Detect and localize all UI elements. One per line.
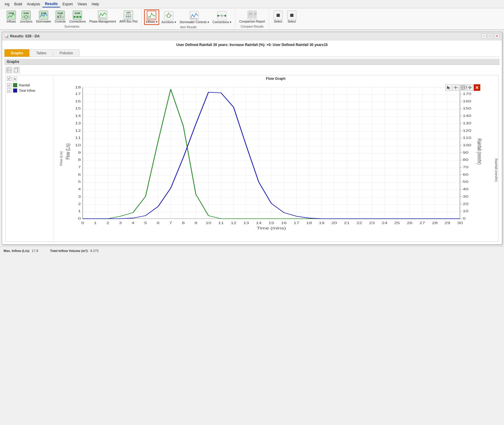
chart-crosshair-btn[interactable] [452, 84, 459, 91]
tab-pollution[interactable]: Pollution [53, 49, 79, 57]
ribbon-arr-box-plot-label: ARR Box Plot [119, 20, 138, 23]
svg-text:17: 17 [75, 92, 81, 96]
menu-analysis[interactable]: Analysis [25, 1, 43, 7]
y-axis-left-label: Flow (L/s) [59, 151, 63, 166]
menu-help[interactable]: Help [89, 1, 101, 7]
legend-item-rainfall: ✓ Rainfall [7, 83, 52, 87]
legend-label-total-inflow: Total Inflow [19, 89, 35, 92]
ribbon-btn-inflows-sum[interactable]: SUM Inflows [5, 9, 18, 24]
svg-text:20: 20 [331, 221, 337, 225]
y-axis-right-label: Rainfall (mm/hr) [495, 158, 498, 182]
ribbon-btn-comparison-report[interactable]: Comparison Report [238, 9, 267, 24]
tab-tables[interactable]: Tables [30, 49, 53, 57]
pan-icon [468, 85, 472, 90]
svg-rect-40 [254, 12, 257, 18]
ribbon-btn-select2[interactable]: ⬛ Select [285, 9, 298, 24]
chart-pan-btn[interactable] [467, 84, 473, 91]
chart-close-btn[interactable] [474, 84, 480, 91]
menu-views[interactable]: Views [75, 1, 89, 7]
ribbon-connections-sum-label: Connections [69, 20, 86, 23]
legend-cb-rainfall[interactable]: ✓ [7, 83, 11, 87]
close-button[interactable]: ✕ [494, 34, 500, 39]
phase-mgmt-icon [98, 10, 107, 20]
legend-cb-total-inflow[interactable]: ✓ [7, 88, 11, 93]
chart-cursor-btn[interactable] [445, 84, 452, 91]
tab-graphs[interactable]: Graphs [4, 49, 29, 57]
legend-panel: ✓ ✕ ✓ Rainfall ✓ Total Inflow [6, 75, 53, 242]
maximize-button[interactable]: □ [488, 34, 493, 39]
svg-text:40: 40 [463, 187, 468, 191]
ribbon-select2-label: Select [288, 20, 296, 23]
ribbon-btn-connections[interactable]: Connections ▾ [211, 10, 233, 25]
svg-text:5: 5 [144, 221, 147, 225]
ribbon-btn-controls-sum[interactable]: SUM Controls [53, 9, 67, 24]
svg-marker-61 [469, 86, 470, 87]
ribbon-item-results-label: Item Results [144, 26, 233, 29]
window-title-text: 📊 Results: S29 - DA [4, 34, 40, 38]
legend-select-all-cb[interactable]: ✓ [7, 77, 11, 81]
menu-ing[interactable]: ing [2, 1, 12, 7]
svg-text:100: 100 [463, 143, 471, 147]
ribbon-btn-stormwater-controls[interactable]: Stormwater Controls ▾ [178, 10, 210, 25]
legend-label-rainfall: Rainfall [19, 83, 30, 87]
tabs-bar: Graphs Tables Pollution [4, 49, 500, 57]
ribbon-btn-connections-sum[interactable]: SUM Connections [68, 9, 87, 24]
chart-area: Flow Graph [53, 75, 498, 242]
svg-text:⬛: ⬛ [290, 13, 294, 17]
window-icon: 📊 [4, 34, 9, 38]
svg-text:13: 13 [243, 221, 249, 225]
svg-text:11: 11 [75, 136, 81, 139]
svg-text:28: 28 [432, 221, 438, 225]
flow-graph-svg: 0 1 2 3 4 5 6 7 8 9 10 11 12 13 [64, 84, 483, 231]
menu-results[interactable]: Results [42, 1, 60, 7]
ribbon-btn-phase-mgmt[interactable]: Phase Management [88, 9, 117, 24]
total-inflow-label: Total Inflow Volume (m³): [50, 249, 89, 253]
ribbon-btn-junctions-sum[interactable]: SUM Junctions [18, 9, 34, 24]
graphs-tb-copy-btn[interactable] [13, 67, 20, 73]
ribbon-btn-stormwater-sum[interactable]: SUM Stormwater [34, 9, 52, 24]
svg-text:120: 120 [463, 129, 471, 132]
result-title: User Defined Rainfall 30 years: Increase… [4, 43, 500, 47]
chart-zoom-btn[interactable] [460, 84, 466, 91]
svg-text:1: 1 [94, 221, 97, 225]
ribbon-btn-junctions[interactable]: Junctions ▾ [160, 10, 178, 25]
legend-color-rainfall [13, 83, 17, 87]
svg-rect-39 [248, 12, 253, 18]
menu-build[interactable]: Build [12, 1, 25, 7]
graphs-tb-image-btn[interactable] [6, 67, 12, 73]
svg-rect-52 [15, 69, 17, 72]
svg-text:17: 17 [294, 221, 299, 225]
svg-text:90: 90 [463, 151, 468, 154]
ribbon-group-summaries: SUM Inflows SUM [2, 9, 142, 29]
ribbon-controls-sum-label: Controls [55, 20, 66, 23]
legend-header: ✓ ✕ [7, 77, 52, 81]
ribbon-btn-inflows[interactable]: Inflows ▾ [144, 9, 159, 25]
ribbon-summaries-label: Summaries [5, 25, 139, 28]
svg-text:80: 80 [463, 158, 468, 161]
svg-text:⬛: ⬛ [276, 13, 280, 17]
svg-text:140: 140 [463, 114, 471, 118]
svg-text:4: 4 [78, 187, 81, 191]
svg-text:60: 60 [463, 173, 468, 176]
window-controls: − □ ✕ [481, 34, 500, 39]
menu-export[interactable]: Export [60, 1, 75, 7]
svg-rect-11 [57, 16, 59, 18]
inflows-sum-icon: SUM [7, 10, 16, 20]
svg-text:9: 9 [78, 151, 81, 154]
ribbon-compare-results-label: Compare Results [238, 25, 267, 28]
svg-text:30: 30 [457, 221, 463, 225]
svg-text:0: 0 [78, 217, 81, 220]
svg-rect-12 [60, 15, 61, 18]
minimize-button[interactable]: − [481, 34, 487, 39]
svg-text:8: 8 [78, 158, 81, 161]
stormwater-sum-icon: SUM [39, 10, 48, 20]
ribbon-btn-select1[interactable]: ⬛ Select [272, 9, 285, 24]
svg-point-17 [74, 16, 75, 18]
arr-box-plot-icon: ARR [124, 10, 133, 20]
svg-text:Flow (L/s): Flow (L/s) [65, 143, 71, 159]
ribbon-inflows-label: Inflows ▾ [146, 20, 157, 24]
legend-close-btn[interactable]: ✕ [12, 77, 17, 81]
ribbon-btn-arr-box-plot[interactable]: ARR ARR Box Plot [118, 9, 139, 24]
junctions-sum-icon: SUM [21, 10, 31, 20]
svg-text:Rainfall (mm/hr): Rainfall (mm/hr) [477, 139, 483, 165]
